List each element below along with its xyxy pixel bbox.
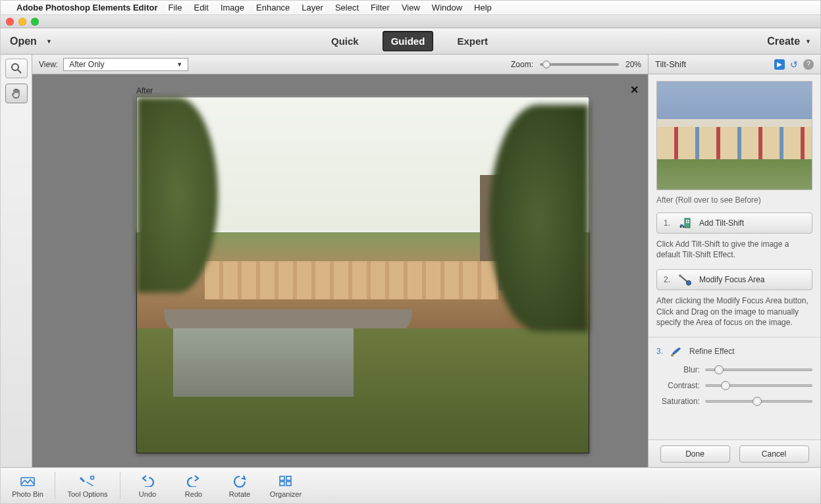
view-select-value: After Only <box>69 60 104 69</box>
window-zoom-button[interactable] <box>31 18 39 26</box>
undo-icon <box>140 474 155 488</box>
create-label: Create <box>767 36 800 47</box>
step-number: 2. <box>664 275 673 284</box>
svg-point-8 <box>683 226 685 228</box>
hand-icon <box>11 88 22 99</box>
svg-point-11 <box>679 274 681 277</box>
menu-filter[interactable]: Filter <box>371 3 390 13</box>
document-image[interactable] <box>136 97 589 453</box>
focus-icon <box>678 273 693 286</box>
cancel-button[interactable]: Cancel <box>739 445 809 463</box>
brush-icon <box>670 345 683 357</box>
main-toolbar: Open ▼ Quick Guided Expert Create ▼ <box>1 28 820 55</box>
window-close-button[interactable] <box>6 18 14 26</box>
create-menu-button[interactable]: Create ▼ <box>767 36 811 47</box>
svg-point-14 <box>91 476 94 479</box>
preview-caption: After (Roll over to see Before) <box>656 195 812 205</box>
tab-quick[interactable]: Quick <box>323 32 367 51</box>
hand-tool-button[interactable] <box>5 84 28 103</box>
add-tiltshift-button[interactable]: 1. Add Tilt-Shift <box>656 213 812 234</box>
menu-window[interactable]: Window <box>432 3 462 13</box>
app-name[interactable]: Adobe Photoshop Elements Editor <box>16 3 158 13</box>
step-label: Modify Focus Area <box>699 275 764 284</box>
contrast-slider-thumb[interactable] <box>721 381 730 390</box>
separator <box>120 472 120 499</box>
blur-slider[interactable] <box>705 368 812 371</box>
menu-layer[interactable]: Layer <box>302 3 323 13</box>
panel-body: After (Roll over to see Before) 1. Add T… <box>649 74 820 440</box>
view-select[interactable]: After Only ▼ <box>63 58 188 71</box>
svg-rect-15 <box>280 476 284 480</box>
menu-help[interactable]: Help <box>474 3 492 13</box>
svg-rect-4 <box>688 220 689 221</box>
mode-tabs: Quick Guided Expert <box>323 31 496 51</box>
rotate-button[interactable]: Rotate <box>219 474 260 498</box>
effect-preview[interactable] <box>656 81 812 190</box>
window-titlebar <box>1 15 820 28</box>
step-number: 1. <box>664 218 673 228</box>
redo-icon <box>186 474 201 488</box>
zoom-tool-button[interactable] <box>5 59 28 78</box>
organizer-button[interactable]: Organizer <box>265 474 306 498</box>
reset-icon[interactable]: ↺ <box>789 59 799 70</box>
undo-button[interactable]: Undo <box>127 474 168 498</box>
step-label: Refine Effect <box>689 347 734 356</box>
refine-header: 3. Refine Effect <box>656 345 812 357</box>
left-toolbar <box>1 55 32 467</box>
redo-button[interactable]: Redo <box>173 474 214 498</box>
open-label: Open <box>10 36 37 47</box>
play-video-icon[interactable]: ▶ <box>774 59 785 70</box>
panel-header: Tilt-Shift ▶ ↺ ? <box>649 55 820 74</box>
menu-edit[interactable]: Edit <box>194 3 208 13</box>
photo-bin-label: Photo Bin <box>12 490 43 498</box>
modify-focus-button[interactable]: 2. Modify Focus Area <box>656 269 812 290</box>
close-document-button[interactable]: ✕ <box>630 84 639 96</box>
panel-title: Tilt-Shift <box>655 59 686 69</box>
tab-expert[interactable]: Expert <box>449 32 496 51</box>
menu-enhance[interactable]: Enhance <box>256 3 290 13</box>
zoom-slider-thumb[interactable] <box>543 61 550 68</box>
tab-guided[interactable]: Guided <box>383 31 434 51</box>
menu-select[interactable]: Select <box>335 3 359 13</box>
svg-point-0 <box>12 64 18 70</box>
window-minimize-button[interactable] <box>18 18 26 26</box>
saturation-slider-thumb[interactable] <box>753 397 762 406</box>
menu-image[interactable]: Image <box>221 3 244 13</box>
blur-slider-thumb[interactable] <box>714 365 724 374</box>
svg-rect-16 <box>286 476 291 480</box>
open-menu-button[interactable]: Open ▼ <box>10 36 52 47</box>
chevron-down-icon: ▼ <box>805 38 811 45</box>
help-icon[interactable]: ? <box>803 59 814 70</box>
photo-bin-icon <box>20 474 36 488</box>
separator <box>649 337 820 338</box>
saturation-slider[interactable] <box>705 400 812 403</box>
done-button[interactable]: Done <box>660 445 730 463</box>
blur-label: Blur: <box>656 365 700 374</box>
zoom-slider[interactable] <box>540 63 619 66</box>
magnifier-icon <box>11 63 22 74</box>
svg-rect-17 <box>280 482 284 486</box>
undo-label: Undo <box>139 490 156 498</box>
contrast-slider-row: Contrast: <box>656 381 812 390</box>
contrast-slider[interactable] <box>705 384 812 387</box>
menu-file[interactable]: File <box>169 3 182 13</box>
menu-view[interactable]: View <box>402 3 420 13</box>
zoom-value: 20% <box>625 60 641 69</box>
zoom-group: Zoom: 20% <box>511 60 641 69</box>
tool-options-button[interactable]: Tool Options <box>62 474 113 498</box>
zoom-label: Zoom: <box>511 60 533 69</box>
step-number: 3. <box>656 347 663 356</box>
organizer-icon <box>278 474 293 488</box>
canvas-inner[interactable]: After ✕ <box>32 74 648 467</box>
building-icon <box>678 216 693 230</box>
photo-bin-button[interactable]: Photo Bin <box>7 474 48 498</box>
canvas-after-label: After <box>136 86 153 95</box>
step2-description: After clicking the Modify Focus Area but… <box>656 295 812 328</box>
saturation-label: Saturation: <box>656 397 700 406</box>
chevron-down-icon: ▼ <box>46 38 52 45</box>
chevron-down-icon: ▼ <box>176 61 182 68</box>
contrast-label: Contrast: <box>656 381 700 390</box>
svg-line-1 <box>18 70 21 73</box>
tool-options-label: Tool Options <box>67 490 107 498</box>
view-bar: View: After Only ▼ Zoom: 20% <box>32 55 648 74</box>
